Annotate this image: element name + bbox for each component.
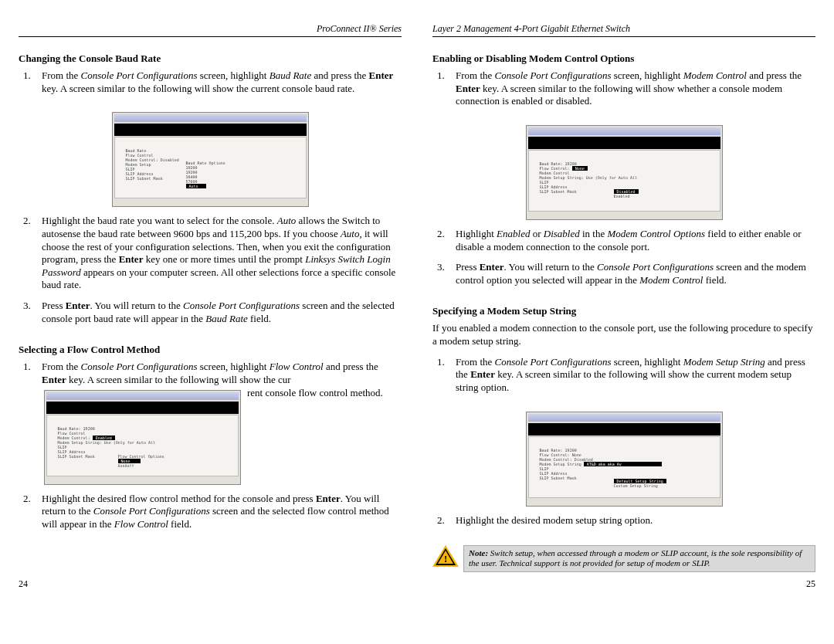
steps-modem-control: From the Console Port Configurations scr… [432, 69, 815, 116]
step: From the Console Port Configurations scr… [19, 361, 402, 484]
heading-modem-control: Enabling or Disabling Modem Control Opti… [432, 53, 815, 65]
step: From the Console Port Configurations scr… [432, 69, 815, 108]
note-row: ! Note: Switch setup, when accessed thro… [432, 545, 815, 571]
steps-flow-control: From the Console Port Configurations scr… [19, 361, 402, 538]
page-number: 24 [19, 572, 402, 590]
step: Highlight the desired flow control metho… [19, 493, 402, 531]
steps-modem-control-cont: Highlight Enabled or Disabled in the Mod… [432, 228, 815, 295]
page-right: Layer 2 Management 4-Port Gigabit Ethern… [432, 23, 815, 590]
heading-flow-control: Selecting a Flow Control Method [19, 344, 402, 356]
step: From the Console Port Configurations scr… [432, 356, 815, 395]
document-spread: ProConnect II® Series Changing the Conso… [0, 0, 834, 599]
page-number: 25 [432, 572, 815, 590]
step: From the Console Port Configurations scr… [19, 69, 402, 95]
page-left: ProConnect II® Series Changing the Conso… [19, 23, 402, 590]
steps-baud-rate-cont: Highlight the baud rate you want to sele… [19, 215, 402, 333]
step: Press Enter. You will return to the Cons… [19, 300, 402, 325]
steps-modem-setup-cont: Highlight the desired modem setup string… [432, 514, 815, 535]
running-head-right: Layer 2 Management 4-Port Gigabit Ethern… [432, 23, 815, 35]
steps-baud-rate: From the Console Port Configurations scr… [19, 69, 402, 103]
step: Highlight the baud rate you want to sele… [19, 215, 402, 292]
screenshot-modem-setup: Baud Rate: 19200Flow Control: NoneModem … [526, 412, 723, 507]
steps-modem-setup: From the Console Port Configurations scr… [432, 356, 815, 402]
intro-text: If you enabled a modem connection to the… [432, 322, 815, 347]
screenshot-modem-control: Baud Rate: 19200Flow Control: NoneModem … [526, 125, 723, 220]
heading-modem-setup: Specifying a Modem Setup String [432, 305, 815, 317]
step: Highlight Enabled or Disabled in the Mod… [432, 228, 815, 253]
heading-baud-rate: Changing the Console Baud Rate [19, 53, 402, 65]
running-head-left: ProConnect II® Series [19, 23, 402, 35]
step: Highlight the desired modem setup string… [432, 514, 815, 527]
step: Press Enter. You will return to the Cons… [432, 261, 815, 286]
note-box: Note: Switch setup, when accessed throug… [463, 545, 815, 571]
warning-icon: ! [432, 545, 459, 568]
screenshot-baud-rate: Baud RateFlow ControlModem Control: Disa… [112, 112, 309, 207]
rule [19, 36, 402, 37]
rule [432, 36, 815, 37]
